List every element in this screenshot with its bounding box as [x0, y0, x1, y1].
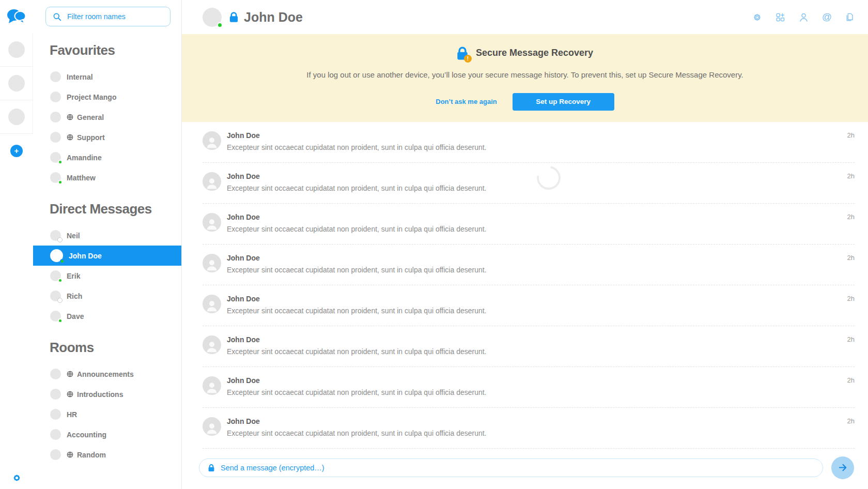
- public-room-globe-icon: [67, 134, 73, 141]
- message-text: Excepteur sint occaecat cupidatat non pr…: [227, 225, 487, 233]
- room-avatar: [50, 71, 61, 82]
- room-list-item[interactable]: Random: [33, 445, 181, 465]
- message-row[interactable]: John Doe Excepteur sint occaecat cupidat…: [203, 244, 855, 285]
- add-integrations-icon[interactable]: [775, 12, 785, 22]
- room-header-actions: @: [752, 11, 855, 23]
- setup-recovery-button[interactable]: Set up Recovery: [513, 93, 614, 111]
- search-icon: [53, 12, 61, 21]
- sender-avatar: [203, 213, 221, 232]
- room-list-item[interactable]: Announcements: [33, 364, 181, 384]
- public-room-globe-icon: [67, 114, 73, 120]
- section-title-rooms: Rooms: [50, 340, 181, 356]
- message-row[interactable]: John Doe Excepteur sint occaecat cupidat…: [203, 326, 855, 367]
- send-arrow-icon: [838, 462, 848, 473]
- room-name: Erik: [67, 272, 80, 280]
- room-list-item[interactable]: General: [33, 107, 181, 127]
- room-name: Neil: [67, 232, 80, 240]
- files-icon[interactable]: [845, 12, 855, 22]
- message-text: Excepteur sint occaecat cupidatat non pr…: [227, 143, 487, 151]
- mentions-icon[interactable]: @: [822, 11, 832, 23]
- send-button[interactable]: [831, 456, 854, 479]
- message-text: Excepteur sint occaecat cupidatat non pr…: [227, 266, 487, 274]
- message-content: John Doe Excepteur sint occaecat cupidat…: [227, 172, 487, 203]
- section-title-favourites: Favourites: [50, 42, 181, 58]
- room-list-item[interactable]: HR: [33, 404, 181, 424]
- room-list-item[interactable]: Erik: [33, 266, 181, 286]
- room-list-item[interactable]: Dave: [33, 306, 181, 326]
- room-list-item[interactable]: Rich: [33, 286, 181, 306]
- rail-add-cell: +: [0, 134, 33, 167]
- message-row[interactable]: John Doe Excepteur sint occaecat cupidat…: [203, 408, 855, 449]
- community-avatar-cell[interactable]: [0, 33, 33, 67]
- message-timestamp: 2h: [847, 417, 855, 425]
- room-list-item[interactable]: Amandine: [33, 147, 181, 167]
- room-list-item[interactable]: Introductions: [33, 384, 181, 404]
- message-sender: John Doe: [227, 417, 487, 425]
- room-filter-input[interactable]: [67, 12, 163, 21]
- settings-icon[interactable]: [752, 12, 762, 22]
- room-list-item[interactable]: Neil: [33, 225, 181, 246]
- room-avatar: [50, 152, 61, 163]
- room-list-item[interactable]: Internal: [33, 67, 181, 87]
- settings-gear-icon[interactable]: [0, 473, 33, 483]
- room-avatar: [50, 291, 61, 301]
- presence-dot: [58, 278, 63, 283]
- message-timestamp: 2h: [847, 172, 855, 180]
- community-avatar-cell[interactable]: [0, 100, 33, 134]
- room-header-avatar: [203, 8, 222, 27]
- message-row[interactable]: John Doe Excepteur sint occaecat cupidat…: [203, 122, 855, 163]
- room-filter-box[interactable]: [45, 7, 171, 26]
- message-content: John Doe Excepteur sint occaecat cupidat…: [227, 417, 487, 448]
- message-input[interactable]: [221, 464, 814, 472]
- banner-title-row: ! Secure Message Recovery: [457, 46, 593, 60]
- message-timestamp: 2h: [847, 213, 855, 221]
- community-avatar-cell[interactable]: [0, 67, 33, 100]
- room-name: Support: [77, 133, 105, 142]
- add-community-button[interactable]: +: [10, 145, 23, 157]
- message-row[interactable]: John Doe Excepteur sint occaecat cupidat…: [203, 367, 855, 408]
- message-content: John Doe Excepteur sint occaecat cupidat…: [227, 295, 487, 326]
- encrypted-lock-icon: [229, 11, 238, 23]
- room-list-item[interactable]: John Doe: [33, 246, 181, 266]
- app-logo[interactable]: [0, 0, 33, 33]
- message-row[interactable]: John Doe Excepteur sint occaecat cupidat…: [203, 204, 855, 244]
- sender-avatar: [203, 417, 221, 436]
- message-sender: John Doe: [227, 376, 487, 385]
- room-list-item[interactable]: Project Mango: [33, 87, 181, 107]
- dont-ask-again-link[interactable]: Don’t ask me again: [436, 98, 497, 105]
- warning-badge: !: [464, 55, 472, 63]
- chat-app: + Favourites: [0, 0, 868, 489]
- message-content: John Doe Excepteur sint occaecat cupidat…: [227, 213, 487, 244]
- room-list-item[interactable]: Matthew: [33, 167, 181, 188]
- message-text: Excepteur sint occaecat cupidatat non pr…: [227, 429, 487, 437]
- presence-dot: [58, 180, 63, 185]
- encrypted-lock-icon: [208, 464, 214, 472]
- message-sender: John Doe: [227, 254, 487, 262]
- room-header: John Doe: [182, 0, 868, 34]
- presence-dot: [57, 298, 63, 303]
- room-list-item[interactable]: Support: [33, 127, 181, 147]
- room-avatar: [50, 311, 61, 322]
- message-text: Excepteur sint occaecat cupidatat non pr…: [227, 347, 487, 356]
- room-avatar: [50, 91, 61, 102]
- presence-dot: [58, 318, 63, 323]
- room-avatar: [50, 449, 61, 460]
- members-icon[interactable]: [798, 12, 809, 23]
- lock-warning-icon: !: [457, 46, 468, 60]
- room-avatar: [50, 369, 61, 379]
- message-row[interactable]: John Doe Excepteur sint occaecat cupidat…: [203, 163, 855, 204]
- message-timestamp: 2h: [847, 131, 855, 139]
- message-row[interactable]: John Doe Excepteur sint occaecat cupidat…: [203, 285, 855, 326]
- banner-actions: Don’t ask me again Set up Recovery: [436, 93, 614, 111]
- message-text: Excepteur sint occaecat cupidatat non pr…: [227, 307, 487, 315]
- room-avatar: [50, 429, 61, 440]
- room-name: Introductions: [77, 390, 123, 399]
- room-list-sidebar: Favourites Internal Project Mango: [33, 0, 182, 489]
- composer-field[interactable]: [199, 459, 823, 477]
- room-avatar: [50, 389, 61, 400]
- room-list-item[interactable]: Accounting: [33, 424, 181, 445]
- community-avatar: [8, 75, 25, 91]
- message-timeline[interactable]: John Doe Excepteur sint occaecat cupidat…: [182, 122, 868, 449]
- banner-description: If you log out or use another device, yo…: [306, 70, 743, 79]
- sender-avatar: [203, 254, 221, 272]
